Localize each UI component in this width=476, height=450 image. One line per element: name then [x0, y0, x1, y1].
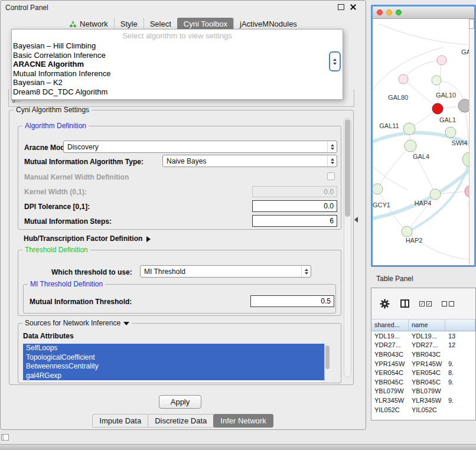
tab-discretize-data[interactable]: Discretize Data [148, 414, 214, 428]
stepper-down-icon [333, 63, 337, 65]
cell: YIL052C [371, 406, 409, 413]
table-row[interactable]: YBL079WYBL079W [371, 387, 475, 396]
algorithm-combo-stepper[interactable] [329, 51, 341, 71]
network-node[interactable] [437, 56, 446, 65]
table-row[interactable]: YDL19...YDL19...13 [371, 331, 475, 341]
network-node[interactable] [373, 184, 383, 194]
sources-header[interactable]: Sources for Network Inference [22, 319, 132, 327]
network-node[interactable] [402, 226, 412, 237]
columns-icon[interactable] [400, 299, 409, 308]
node-label: GAL4 [413, 153, 429, 160]
dropdown-item[interactable]: Dream8 DC_TDC Algorithm [12, 87, 343, 97]
tab-label: Style [120, 19, 138, 28]
control-panel-window: Control Panel Network Style Select Cyni … [0, 0, 366, 430]
table-row[interactable]: YIL052CYIL052C [371, 405, 475, 415]
network-node[interactable] [432, 76, 441, 85]
manual-kernel-label: Manual Kernel Width Definition [24, 173, 129, 181]
list-item[interactable]: TopologicalCoefficient [23, 353, 330, 363]
tab-style[interactable]: Style [114, 18, 144, 30]
network-node[interactable] [399, 74, 408, 84]
scrollbar-thumb[interactable] [345, 119, 350, 217]
dropdown-item[interactable]: Mutual Information Inference [12, 69, 343, 79]
network-node[interactable] [430, 189, 441, 200]
dropdown-item[interactable]: Basic Correlation Inference [12, 51, 343, 60]
combo-value: Naive Bayes [163, 157, 327, 165]
threshold-definition-group: Threshold Definition Which threshold to … [18, 250, 341, 316]
hub-section-header[interactable]: Hub/Transcription Factor Definition [24, 234, 151, 243]
close-window-icon[interactable] [377, 9, 383, 15]
list-item[interactable]: SelfLoops [23, 344, 330, 353]
network-window-titlebar[interactable] [373, 6, 474, 19]
network-graph[interactable]: GAL80 GAL10 GAL11 GAL1 SWI4 GAL4 GCY1 HA… [373, 19, 472, 267]
manual-kernel-checkbox[interactable] [327, 172, 335, 180]
zoom-window-icon[interactable] [396, 9, 402, 15]
column-header-partial[interactable] [445, 319, 475, 331]
cell: YLR345W [409, 397, 445, 404]
mi-type-combo[interactable]: Naive Bayes [162, 155, 337, 167]
tab-select[interactable]: Select [144, 18, 177, 30]
dpi-tolerance-field[interactable]: 0.0 [252, 200, 337, 212]
list-item[interactable]: BetweennessCentrality [23, 362, 330, 371]
which-threshold-label: Which threshold to use: [51, 268, 132, 276]
gear-icon[interactable] [379, 298, 390, 309]
tab-label: Cyni Toolbox [184, 19, 227, 28]
panel-collapse-handle[interactable] [354, 217, 358, 223]
settings-scrollbar[interactable] [344, 118, 351, 377]
mi-threshold-label: Mutual Information Threshold: [30, 298, 132, 306]
scrollbar-thumb[interactable] [325, 345, 330, 369]
network-node[interactable] [445, 127, 456, 138]
network-node[interactable] [405, 140, 416, 152]
list-item[interactable]: gal4RGexp [23, 371, 330, 381]
network-canvas[interactable]: GAL80 GAL10 GAL11 GAL1 SWI4 GAL4 GCY1 HA… [373, 19, 474, 267]
tab-infer-network[interactable]: Infer Network [213, 414, 273, 428]
restore-panel-icon[interactable] [1, 434, 9, 441]
control-panel-tabs: Network Style Select Cyni Toolbox jActiv… [1, 18, 366, 30]
algorithm-dropdown-list: Select algorithm to view settings Bayesi… [11, 29, 343, 100]
deselect-all-rows-icon[interactable] [442, 301, 454, 306]
close-icon[interactable] [350, 4, 356, 10]
kernel-width-label: Kernel Width (0,1): [24, 188, 87, 196]
cell: YDL19... [371, 332, 409, 340]
dropdown-item-selected[interactable]: ARACNE Algorithm [12, 60, 343, 69]
dpi-tolerance-label: DPI Tolerance [0,1]: [24, 203, 90, 211]
network-scrollbar-button[interactable] [469, 19, 474, 29]
cell: 8. [445, 369, 475, 376]
float-window-icon[interactable] [338, 4, 344, 10]
combo-value: Discovery [64, 143, 327, 151]
node-label: GCY1 [373, 201, 390, 208]
apply-button[interactable]: Apply [159, 395, 201, 409]
unchecked-box-icon [449, 301, 454, 306]
tab-cyni-toolbox[interactable]: Cyni Toolbox [177, 18, 233, 30]
network-vertical-scrollbar[interactable] [469, 19, 474, 267]
cell: YBR045C [371, 379, 409, 386]
tab-network[interactable]: Network [63, 18, 114, 30]
tab-impute-data[interactable]: Impute Data [92, 414, 148, 428]
select-all-rows-icon[interactable] [419, 301, 432, 306]
table-row[interactable]: YPR145WYPR145W9. [371, 359, 475, 369]
tab-label: Select [150, 19, 171, 28]
dropdown-item[interactable]: Bayesian – Hill Climbing [12, 41, 343, 51]
stepper-up-icon [333, 58, 337, 61]
table-row[interactable]: YBR043CYBR043C [371, 350, 475, 359]
cell: YLR345W [371, 397, 409, 404]
table-row[interactable]: YBR045CYBR045C9. [371, 377, 475, 387]
list-scrollbar[interactable] [324, 344, 330, 381]
network-node[interactable] [403, 123, 415, 135]
column-header-name[interactable]: name [409, 319, 445, 331]
group-title: Threshold Definition [22, 246, 90, 254]
tab-jactivemnodules[interactable]: jActiveMNodules [233, 18, 303, 30]
network-node-red[interactable] [432, 103, 443, 114]
cell: 13 [445, 332, 475, 340]
mi-threshold-field[interactable]: 0.5 [250, 295, 334, 307]
mi-steps-field[interactable]: 6 [252, 215, 337, 227]
aracne-mode-combo[interactable]: Discovery [63, 141, 337, 153]
status-strip [0, 444, 476, 450]
which-threshold-combo[interactable]: MI Threshold [140, 265, 311, 278]
table-row[interactable]: YLR345WYLR345W9. [371, 396, 475, 405]
algorithm-definition-group: Algorithm Definition Aracne Mode: Discov… [18, 126, 341, 230]
table-row[interactable]: YDR27...YDR27...12 [371, 341, 475, 350]
dropdown-item[interactable]: Bayesian – K2 [12, 78, 343, 87]
minimize-window-icon[interactable] [386, 9, 392, 15]
table-row[interactable]: YER054CYER054C8. [371, 368, 475, 377]
column-header-shared-name[interactable]: shared... [371, 319, 409, 331]
